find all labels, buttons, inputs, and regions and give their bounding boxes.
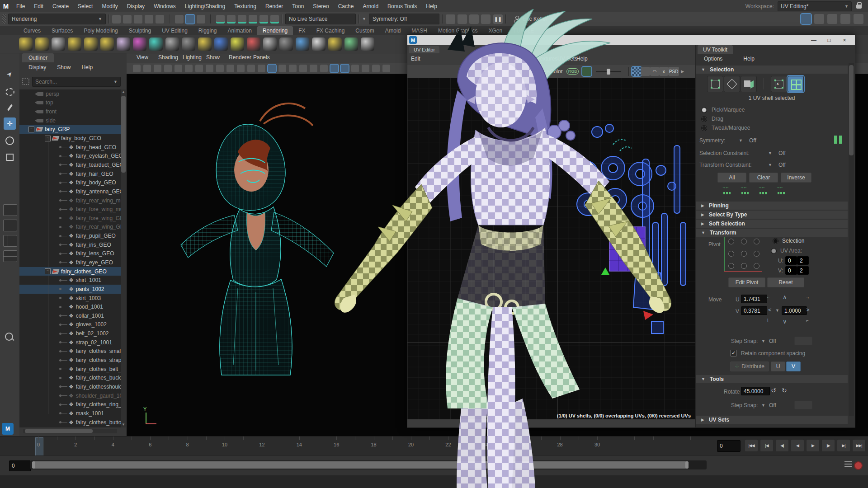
edge-selection-icon[interactable] [724, 76, 740, 92]
shelf-tab-surfaces[interactable]: Surfaces [46, 26, 78, 35]
vertex-selection-icon[interactable] [707, 76, 723, 92]
shrink-selection-icon[interactable] [722, 188, 732, 194]
pivot-u-min-field[interactable]: 0 [785, 256, 797, 265]
outliner-item-fairy-head-geo[interactable]: ❖fairy_head_GEO [19, 143, 121, 152]
maya-badge-icon[interactable]: M [2, 423, 14, 435]
outliner-item-fairy-clothes-ring-1001[interactable]: ❖fairy_clothes_ring_1001 [19, 400, 121, 409]
zoom-tool-icon[interactable] [5, 333, 13, 341]
move-right-button[interactable]: > [806, 306, 810, 313]
pivot-grid-dot[interactable] [728, 263, 734, 269]
menu-shading[interactable]: Shading [158, 53, 178, 61]
go-to-start-button[interactable]: |◀◀ [745, 439, 758, 452]
pivot-grid-dot[interactable] [728, 239, 734, 244]
shelf-rendering-icon-1[interactable] [19, 38, 33, 51]
menu-lighting[interactable]: Lighting [183, 53, 202, 61]
outliner-item-gloves-1002[interactable]: ❖gloves_1002 [19, 320, 121, 329]
outliner-item-collar-1001[interactable]: ❖collar_1001 [19, 311, 121, 320]
viewport-toolbar-icon-2[interactable] [143, 65, 151, 72]
select-object-icon[interactable] [186, 15, 194, 23]
pivot-grid-dot[interactable] [741, 251, 747, 257]
workspace-dropdown[interactable]: UV Editing*▼ [778, 1, 852, 11]
move-up-button[interactable]: ∧ [783, 294, 787, 300]
move-v-field[interactable]: 0.3781 [741, 306, 767, 315]
outliner-item-fairy-fore-wing-muscles-geo[interactable]: ❖fairy_fore_wing_muscles_GEO [19, 205, 121, 214]
symmetry-value[interactable]: Off [749, 137, 756, 144]
pivot-v-min-field[interactable]: 0 [785, 266, 797, 275]
shelf-rendering-icon-14[interactable] [231, 38, 244, 51]
workspace-lock-icon[interactable] [856, 5, 862, 9]
outliner-vertical-scrollbar[interactable] [121, 89, 126, 427]
menu-texturing[interactable]: Texturing [230, 3, 261, 9]
section-select-by-type[interactable]: ▶Select By Type [696, 211, 848, 219]
four-pane-layout-button[interactable] [3, 220, 17, 231]
rotate-step-snap-value[interactable]: Off [769, 402, 776, 408]
outliner-item-pants-1002[interactable]: ❖pants_1002 [19, 285, 121, 294]
shelf-rendering-icon-5[interactable] [84, 38, 98, 51]
outliner-item-hood-1001[interactable]: ❖hood_1001 [19, 302, 121, 311]
chevron-down-icon[interactable]: ▼ [761, 403, 765, 408]
viewport-toolbar-icon-5[interactable] [175, 65, 182, 72]
outliner-item-fairy-lens-geo[interactable]: ❖fairy_lens_GEO [19, 249, 121, 258]
menu-show[interactable]: Show [52, 64, 75, 70]
outliner-item-fairy-clothesshoulder-gaurd-[interactable]: ❖fairy_clothesshoulder_gaurd_ [19, 382, 121, 391]
two-pane-side-layout-button[interactable] [3, 235, 17, 247]
outliner-item-fairy-pupil-geo[interactable]: ❖fairy_pupil_GEO [19, 231, 121, 240]
shelf-rendering-icon-11[interactable] [182, 38, 195, 51]
outliner-item-fairy-clothes-small-belt-1002[interactable]: ❖fairy_clothes_small_belt_1002 [19, 347, 121, 356]
section-selection[interactable]: ▼Selection [696, 66, 848, 74]
menu-toon[interactable]: Toon [288, 3, 308, 9]
auto-keyframe-toggle-icon[interactable] [854, 461, 863, 470]
outliner-item-fairy-clothes-belt-01-1002[interactable]: ❖fairy_clothes_belt_01_1002 [19, 365, 121, 374]
menu-lighting-shading[interactable]: Lighting/Shading [180, 3, 230, 9]
menu-select[interactable]: Select [73, 3, 97, 9]
menu-display[interactable]: Display [24, 64, 51, 70]
shelf-rendering-icon-16[interactable] [263, 38, 277, 51]
open-scene-icon[interactable] [123, 15, 132, 23]
pivot-grid-dot[interactable] [754, 239, 760, 244]
menu-panels[interactable]: Panels [253, 53, 270, 61]
pivot-radio-selection[interactable]: Selection [773, 238, 804, 244]
menu-edit[interactable]: Edit [29, 3, 48, 9]
outliner-item-fairy-rear-wing-muscles-geo[interactable]: ❖fairy_rear_wing_muscles_GEO [19, 196, 121, 205]
paint-select-tool-icon[interactable] [4, 101, 16, 113]
outliner-item-fairy-iris-geo[interactable]: ❖fairy_iris_GEO [19, 240, 121, 249]
shelf-rendering-icon-8[interactable] [133, 38, 146, 51]
distribute-u-toggle[interactable]: U [771, 361, 785, 371]
outliner-item-side[interactable]: side [19, 116, 121, 125]
outliner-item-fairy-grp[interactable]: −fairy_GRP [19, 125, 121, 134]
shelf-tab-rendering[interactable]: Rendering [257, 26, 293, 35]
close-button[interactable]: × [837, 35, 852, 45]
outliner-item-fairy-clothes-geo[interactable]: −fairy_clothes_GEO [19, 267, 121, 276]
move-step-snap-value[interactable]: Off [769, 338, 776, 344]
character-controls-icon[interactable] [814, 14, 824, 24]
snap-view-plane-icon[interactable] [259, 15, 268, 23]
shelf-rendering-icon-4[interactable] [68, 38, 81, 51]
section-soft-selection[interactable]: ▶Soft Selection [696, 220, 848, 228]
viewport-toolbar-icon-10[interactable] [226, 65, 234, 72]
shelf-tab-animation[interactable]: Animation [222, 26, 257, 35]
shelf-rendering-icon-13[interactable] [214, 38, 228, 51]
face-selection-icon[interactable] [741, 76, 757, 92]
move-u-field[interactable]: 1.7431 [741, 295, 767, 303]
select-component-icon[interactable] [197, 15, 205, 23]
shelf-rendering-icon-3[interactable] [52, 38, 65, 51]
outliner-item-skirt-1003[interactable]: ❖skirt_1003 [19, 294, 121, 303]
outliner-item-fairy-eye-geo[interactable]: ❖fairy_eye_GEO [19, 258, 121, 267]
pivot-grid-dot[interactable] [741, 239, 747, 244]
radio-tweak-marquee[interactable]: Tweak/Marquee [701, 125, 750, 131]
shelf-rendering-icon-9[interactable] [149, 38, 163, 51]
outliner-item-fairy-tearduct-geo[interactable]: ❖fairy_tearduct_GEO [19, 160, 121, 169]
outliner-item-belt-02-1002[interactable]: ❖belt_02_1002 [19, 329, 121, 338]
outliner-item-shirt-1001[interactable]: ❖shirt_1001 [19, 276, 121, 285]
outliner-item-strap-02-1001[interactable]: ❖strap_02_1001 [19, 338, 121, 347]
edit-pivot-button[interactable]: Edit Pivot [728, 277, 765, 287]
step-forward-frame-button[interactable]: |▶ [821, 439, 835, 452]
select-shell-icon[interactable] [758, 188, 768, 194]
current-frame-field[interactable]: 0 [717, 440, 741, 452]
menu-create[interactable]: Create [48, 3, 73, 9]
expand-toggle-icon[interactable]: − [28, 127, 34, 132]
make-live-icon[interactable] [270, 15, 279, 23]
outliner-item-fairy-body-geo[interactable]: −fairy_body_GEO [19, 134, 121, 143]
move-left-button[interactable]: < [768, 306, 772, 313]
toolkit-scrollbar[interactable] [849, 63, 854, 416]
